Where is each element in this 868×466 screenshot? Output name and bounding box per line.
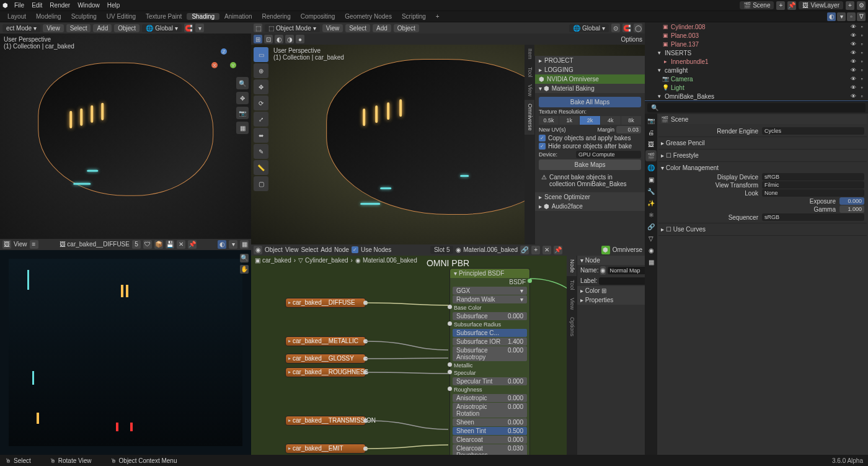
mat-dropdown[interactable]: ◉ Material.006_baked xyxy=(456,246,518,253)
ws-rendering[interactable]: Rendering xyxy=(257,13,296,20)
slot-label[interactable]: Slot 5 xyxy=(430,246,454,254)
use-nodes-chk[interactable]: ✓ xyxy=(352,246,358,253)
node-tex-0[interactable]: ▸car_baked__DIFFUSE xyxy=(285,298,366,308)
overlay-t2[interactable]: ⊡ xyxy=(264,35,273,43)
ptab-particle[interactable]: ✨ xyxy=(645,197,657,208)
bsdf-row-14[interactable]: Clearcoat0.000 xyxy=(453,436,527,444)
render-engine-dd[interactable]: Cycles xyxy=(762,127,864,135)
node-tex-2[interactable]: ▸car_baked__GLOSSY xyxy=(285,354,366,364)
vp-menu-object[interactable]: Object xyxy=(114,24,140,32)
filter-dd[interactable]: ∇ xyxy=(857,12,866,21)
mat-new-icon[interactable]: + xyxy=(531,246,540,254)
shading-toggle-3[interactable]: ▫ xyxy=(847,12,856,21)
ptab-texture[interactable]: ▦ xyxy=(645,256,657,267)
vtab-options[interactable]: Options xyxy=(567,313,577,340)
ws-animation[interactable]: Animation xyxy=(219,13,257,20)
ptab-output[interactable]: 🖨 xyxy=(645,127,657,138)
uv-image-selector[interactable]: 🖼 car_baked__DIFFUSE xyxy=(60,241,130,248)
ws-sculpting[interactable]: Sculpting xyxy=(66,13,102,20)
ptab-viewlayer[interactable]: 🖼 xyxy=(645,138,657,150)
bsdf-row-12[interactable]: Sheen0.000 xyxy=(453,418,527,426)
chk-copy[interactable]: ✓ xyxy=(539,135,546,141)
node-props-sec[interactable]: ▸ Properties xyxy=(577,295,645,305)
ws-shading[interactable]: Shading xyxy=(187,13,219,20)
ws-geonodes[interactable]: Geometry Nodes xyxy=(340,13,397,20)
mat-del-icon[interactable]: ✕ xyxy=(542,246,551,254)
view-transform-dd[interactable]: Filmic xyxy=(762,181,864,189)
bsdf-row-3[interactable]: Subsurface C... xyxy=(453,329,527,337)
menu-edit[interactable]: Edit xyxy=(28,2,46,9)
outliner-row-7[interactable]: 💡Light👁▫ xyxy=(645,83,868,92)
bake-maps-btn[interactable]: Bake Maps xyxy=(539,159,641,170)
overlay-t4[interactable]: ◑ xyxy=(285,35,294,43)
tool-scale[interactable]: ⤢ xyxy=(254,112,268,127)
vtab-view[interactable]: View xyxy=(525,81,534,100)
uv-pan-icon[interactable]: ✋ xyxy=(240,265,249,274)
node-name-input[interactable] xyxy=(608,267,645,274)
node-obj-dd[interactable]: Object xyxy=(265,246,283,253)
ptab-object[interactable]: ▣ xyxy=(645,174,657,185)
uv-slot[interactable]: 5 xyxy=(132,240,141,249)
tool-addcube[interactable]: ▢ xyxy=(254,176,268,191)
sec-omni[interactable]: ⬢ NVIDIA Omniverse xyxy=(535,74,645,84)
node-add[interactable]: Add xyxy=(321,246,332,253)
node-tex-4[interactable]: ▸car_baked__TRANSMISSION xyxy=(285,416,366,426)
crumb-mat[interactable]: ◉ Material.006_baked xyxy=(355,257,417,264)
bsdf-row-8[interactable]: Specular Tint0.000 xyxy=(453,377,527,385)
ws-compositing[interactable]: Compositing xyxy=(296,13,340,20)
uv-canvas[interactable]: 🔍 ✋ xyxy=(0,250,251,455)
bsdf-row-10[interactable]: Anisotropic0.000 xyxy=(453,394,527,402)
ws-layout[interactable]: Layout xyxy=(2,13,31,20)
bake-all-btn[interactable]: Bake All Maps xyxy=(539,97,641,107)
bsdf-row-1[interactable]: Subsurface0.000 xyxy=(453,312,527,320)
menu-render[interactable]: Render xyxy=(46,2,74,9)
vp-menu-select[interactable]: Select xyxy=(66,24,91,32)
shading-toggle-1[interactable]: ◐ xyxy=(827,12,836,21)
ws-scripting[interactable]: Scripting xyxy=(397,13,431,20)
vtab-tool-n[interactable]: Tool xyxy=(567,276,577,294)
orient-dd-mid[interactable]: 🌐 Global ▾ xyxy=(569,24,609,32)
chk-hide[interactable]: ✓ xyxy=(539,143,546,150)
uv-list-icon[interactable]: ≡ xyxy=(30,240,38,249)
node-color-sec[interactable]: ▸ Color ⊞ xyxy=(577,286,645,295)
bsdf-row-15[interactable]: Clearcoat Roughness0.030 xyxy=(453,444,527,455)
uv-pin-icon[interactable]: 📌 xyxy=(188,240,197,249)
uv-disp-1[interactable]: ◐ xyxy=(218,240,226,249)
uv-zoom-icon[interactable]: 🔍 xyxy=(240,254,249,262)
outliner-row-2[interactable]: ▣Plane.137👁▫ xyxy=(645,40,868,48)
uv-save-icon[interactable]: 💾 xyxy=(166,240,174,249)
margin-value[interactable]: 0.03 xyxy=(616,126,641,133)
mat-pin-icon[interactable]: 📌 xyxy=(554,246,562,254)
outliner-row-0[interactable]: ▣Cylinder.008👁▫ xyxy=(645,22,868,31)
bsdf-sss-method[interactable]: Random Walk▾ xyxy=(453,295,527,303)
bsdf-row-13[interactable]: Sheen Tint0.500 xyxy=(453,427,527,435)
ptab-scene[interactable]: 🎬 xyxy=(645,150,657,161)
omni-node-icon[interactable]: ⬢ xyxy=(601,246,610,254)
ptab-data[interactable]: ▽ xyxy=(645,233,657,244)
sec-sceneopt[interactable]: ▸ Scene Optimizer xyxy=(535,192,645,202)
mat-link-icon[interactable]: 🔗 xyxy=(520,246,529,254)
tool-rotate[interactable]: ⟳ xyxy=(254,96,268,110)
res-8k[interactable]: 8k xyxy=(621,116,641,125)
uv-pack-icon[interactable]: 📦 xyxy=(154,240,163,249)
node-select[interactable]: Select xyxy=(301,246,318,253)
editor-type-node[interactable]: ◉ xyxy=(254,246,262,254)
snap-icon[interactable]: 🧲 xyxy=(184,24,193,32)
outliner-row-6[interactable]: 📷Camera👁▫ xyxy=(645,74,868,83)
look-dd[interactable]: None xyxy=(762,189,864,197)
res-2k[interactable]: 2k xyxy=(580,116,600,125)
vtab-node[interactable]: Node xyxy=(567,256,577,277)
vp-menu-add[interactable]: Add xyxy=(93,24,112,32)
zoom-icon[interactable]: 🔍 xyxy=(236,77,249,89)
node-node[interactable]: Node xyxy=(334,246,349,253)
axis-x[interactable]: X xyxy=(211,62,218,68)
tool-select[interactable]: ▭ xyxy=(254,47,268,62)
ptab-material[interactable]: ◉ xyxy=(645,244,657,256)
exposure-field[interactable]: 0.000 xyxy=(839,197,864,205)
scene-selector[interactable]: 🎬 Scene xyxy=(740,1,774,9)
mode-dropdown-mid[interactable]: ⬚ Object Mode ▾ xyxy=(265,24,320,32)
axis-y[interactable]: Y xyxy=(230,62,236,68)
vpm-view[interactable]: View xyxy=(322,24,343,32)
device-dropdown[interactable]: GPU Compute xyxy=(576,151,641,158)
editor-type-3d[interactable]: ⬚ xyxy=(254,24,262,32)
